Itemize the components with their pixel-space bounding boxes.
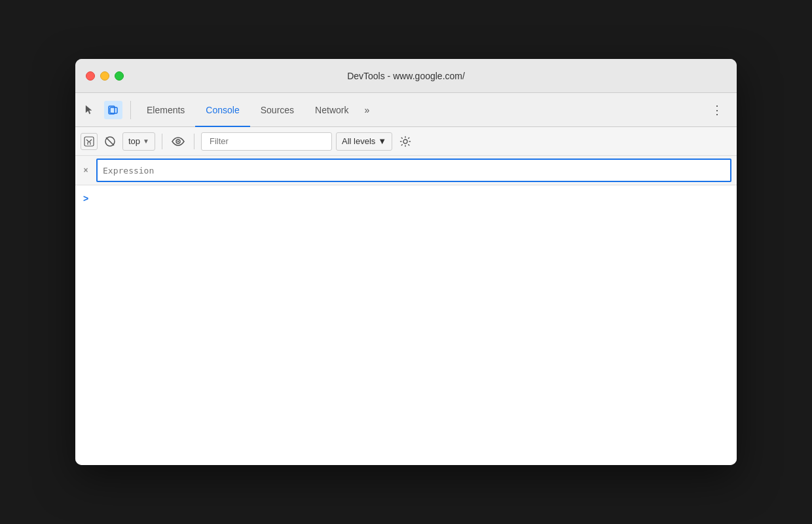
filter-input[interactable] (204, 132, 329, 151)
settings-button[interactable] (396, 132, 415, 151)
tab-more-button[interactable]: » (359, 93, 375, 127)
cursor-icon[interactable] (81, 101, 99, 119)
block-requests-button[interactable] (101, 133, 119, 150)
svg-point-2 (111, 112, 112, 113)
tab-sources[interactable]: Sources (250, 93, 304, 127)
watch-area: × (75, 156, 737, 185)
toolbar-divider (162, 134, 162, 149)
context-arrow-icon: ▼ (143, 138, 149, 145)
clear-console-button[interactable] (81, 133, 98, 150)
minimize-button[interactable] (100, 71, 109, 81)
svg-point-10 (403, 140, 407, 143)
title-bar: DevTools - www.google.com/ (75, 59, 737, 93)
console-toolbar: top ▼ All levels ▼ (75, 127, 737, 156)
remove-watch-button[interactable]: × (81, 165, 91, 176)
tab-console[interactable]: Console (195, 93, 249, 127)
console-output[interactable]: > (75, 185, 737, 465)
filter-container (201, 132, 332, 151)
svg-point-9 (177, 140, 179, 141)
svg-rect-1 (110, 107, 117, 113)
close-button[interactable] (86, 71, 95, 81)
svg-line-7 (106, 138, 114, 145)
console-prompt[interactable]: > (75, 191, 737, 206)
traffic-lights (86, 71, 124, 81)
tab-network[interactable]: Network (304, 93, 359, 127)
tab-elements[interactable]: Elements (136, 93, 195, 127)
expression-input[interactable] (96, 159, 731, 182)
tab-menu-button[interactable]: ⋮ (708, 101, 726, 119)
watch-row: × (75, 156, 737, 185)
toolbar-divider-2 (194, 134, 194, 149)
toolbar-icons (81, 101, 131, 119)
context-selector[interactable]: top ▼ (122, 132, 155, 151)
tab-bar: Elements Console Sources Network » ⋮ (75, 93, 737, 127)
live-expressions-button[interactable] (169, 132, 187, 151)
window-title: DevTools - www.google.com/ (347, 71, 465, 81)
levels-arrow-icon: ▼ (378, 136, 386, 146)
devtools-window: DevTools - www.google.com/ Elements Cons… (75, 59, 737, 465)
maximize-button[interactable] (115, 71, 124, 81)
svg-rect-3 (84, 137, 94, 146)
levels-selector[interactable]: All levels ▼ (336, 132, 392, 151)
prompt-arrow-icon: > (83, 193, 88, 204)
device-toggle-icon[interactable] (104, 101, 122, 119)
